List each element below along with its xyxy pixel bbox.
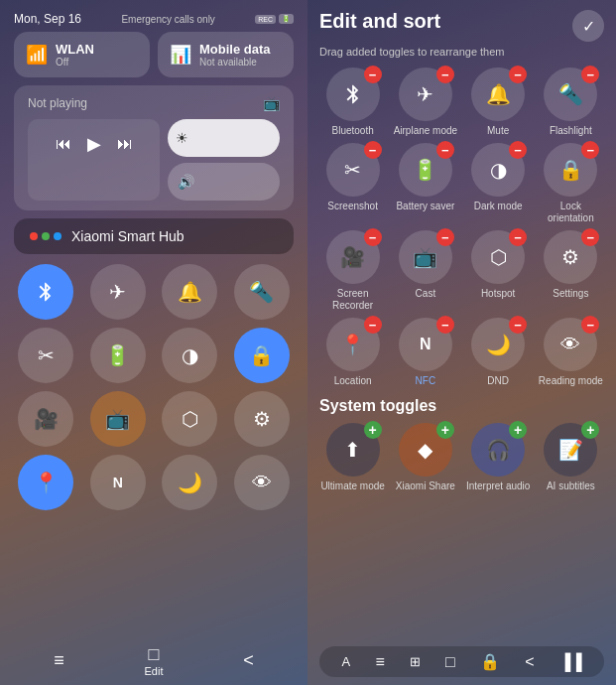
edit-interpret-audio[interactable]: 🎧 + Interpret audio xyxy=(465,423,532,492)
home-button[interactable]: □ xyxy=(149,644,160,665)
remove-badge[interactable]: − xyxy=(364,228,382,246)
remove-badge[interactable]: − xyxy=(509,228,527,246)
add-badge[interactable]: + xyxy=(364,421,382,439)
edit-lock-orientation[interactable]: 🔒 − Lock orientation xyxy=(538,143,604,224)
emergency-text: Emergency calls only xyxy=(81,14,255,25)
edit-hotspot[interactable]: ⬡ − Hotspot xyxy=(465,230,532,312)
remove-badge[interactable]: − xyxy=(581,141,599,159)
mute-toggle[interactable]: 🔔 xyxy=(162,264,217,320)
rec-icon: REC xyxy=(255,15,276,24)
mobile-title: Mobile data xyxy=(199,42,271,57)
quick-toggles: ✈ 🔔 🔦 ✂ 🔋 ◑ 🔒 🎥 📺 ⬡ ⚙ 📍 N 🌙 👁 xyxy=(14,264,294,510)
hub-dot-green xyxy=(42,232,50,240)
remove-badge[interactable]: − xyxy=(509,316,527,334)
system-toggles-grid: ⬆ + Ultimate mode ◆ + Xiaomi Share 🎧 + I… xyxy=(319,423,604,492)
play-button[interactable]: ▶ xyxy=(87,133,101,155)
remove-badge[interactable]: − xyxy=(581,228,599,246)
edit-title: Edit and sort xyxy=(319,10,440,33)
edit-reading-mode[interactable]: 👁 − Reading mode xyxy=(538,318,604,387)
back-icon[interactable]: < xyxy=(525,653,534,671)
edit-dnd[interactable]: 🌙 − DND xyxy=(465,318,532,387)
hub-dot-blue xyxy=(54,232,62,240)
remove-badge[interactable]: − xyxy=(509,66,527,83)
menu-button[interactable]: ≡ xyxy=(54,650,64,671)
hotspot-toggle[interactable]: ⬡ xyxy=(162,391,217,447)
remove-badge[interactable]: − xyxy=(364,316,382,334)
mobile-icon: 📊 xyxy=(170,44,191,66)
grid-icon[interactable]: ⊞ xyxy=(410,654,421,669)
hub-dots xyxy=(30,232,62,240)
screen-recorder-toggle[interactable]: 🎥 xyxy=(18,391,73,447)
mobile-data-tile[interactable]: 📊 Mobile data Not available xyxy=(158,32,294,77)
edit-screen-recorder[interactable]: 🎥 − Screen Recorder xyxy=(319,230,386,312)
edit-nfc[interactable]: N − NFC xyxy=(392,318,458,387)
reading-mode-toggle[interactable]: 👁 xyxy=(234,455,290,510)
lock-orientation-toggle[interactable]: 🔒 xyxy=(234,328,290,383)
edit-cast[interactable]: 📺 − Cast xyxy=(392,230,458,312)
volume-slider[interactable]: 🔊 xyxy=(168,163,280,201)
edit-header: Edit and sort ✓ xyxy=(319,10,604,42)
edit-dark-mode[interactable]: ◑ − Dark mode xyxy=(465,143,532,224)
cast-toggle[interactable]: 📺 xyxy=(90,391,146,447)
edit-flashlight[interactable]: 🔦 − Flashlight xyxy=(538,68,604,137)
system-section-title: System toggles xyxy=(319,397,604,415)
next-button[interactable]: ⏭ xyxy=(117,135,133,153)
dark-mode-toggle[interactable]: ◑ xyxy=(162,328,217,383)
lock-icon[interactable]: 🔒 xyxy=(480,652,500,671)
right-bottom-bar: A ≡ ⊞ □ 🔒 < ▐▐ xyxy=(319,646,604,677)
edit-toggles-grid: − Bluetooth ✈ − Airplane mode 🔔 − Mute 🔦… xyxy=(319,68,604,387)
add-badge[interactable]: + xyxy=(436,421,454,439)
bluetooth-toggle[interactable] xyxy=(18,264,73,320)
edit-airplane[interactable]: ✈ − Airplane mode xyxy=(392,68,458,137)
back-button[interactable]: < xyxy=(243,650,254,671)
add-badge[interactable]: + xyxy=(581,421,599,439)
prev-button[interactable]: ⏮ xyxy=(56,135,71,153)
connectivity-tiles: 📶 WLAN Off 📊 Mobile data Not available xyxy=(14,32,294,77)
add-badge[interactable]: + xyxy=(509,421,527,439)
menu-icon[interactable]: ≡ xyxy=(375,653,384,671)
media-art: ⏮ ▶ ⏭ xyxy=(28,119,160,201)
wlan-title: WLAN xyxy=(56,42,94,57)
remove-badge[interactable]: − xyxy=(581,66,599,83)
edit-label: Edit xyxy=(145,665,164,677)
edit-screenshot[interactable]: ✂ − Screenshot xyxy=(319,143,386,224)
dnd-toggle[interactable]: 🌙 xyxy=(162,455,217,510)
cast-icon: 📺 xyxy=(263,95,280,111)
edit-mute[interactable]: 🔔 − Mute xyxy=(465,68,532,137)
volume-icon: 🔊 xyxy=(178,174,194,190)
remove-badge[interactable]: − xyxy=(436,141,454,159)
settings-toggle[interactable]: ⚙ xyxy=(234,391,290,447)
remove-badge[interactable]: − xyxy=(364,66,382,83)
airplane-toggle[interactable]: ✈ xyxy=(90,264,146,320)
hub-label: Xiaomi Smart Hub xyxy=(71,228,185,244)
remove-badge[interactable]: − xyxy=(509,141,527,159)
edit-settings[interactable]: ⚙ − Settings xyxy=(538,230,604,312)
pause-icon[interactable]: ▐▐ xyxy=(559,653,582,671)
brightness-slider[interactable]: ☀ xyxy=(168,119,280,157)
wlan-tile[interactable]: 📶 WLAN Off xyxy=(14,32,150,77)
edit-ai-subtitles[interactable]: 📝 + AI subtitles xyxy=(538,423,604,492)
location-toggle[interactable]: 📍 xyxy=(18,455,73,510)
auto-brightness-icon[interactable]: A xyxy=(342,654,351,669)
right-panel: Edit and sort ✓ Drag added toggles to re… xyxy=(308,0,616,685)
remove-badge[interactable]: − xyxy=(436,228,454,246)
mobile-sub: Not available xyxy=(199,57,271,68)
remove-badge[interactable]: − xyxy=(364,141,382,159)
confirm-button[interactable]: ✓ xyxy=(572,10,604,42)
remove-badge[interactable]: − xyxy=(436,316,454,334)
edit-battery[interactable]: 🔋 − Battery saver xyxy=(392,143,458,224)
nfc-toggle[interactable]: N xyxy=(90,455,146,510)
flashlight-toggle[interactable]: 🔦 xyxy=(234,264,290,320)
battery-icon: 🔋 xyxy=(279,14,294,24)
edit-bluetooth[interactable]: − Bluetooth xyxy=(319,68,386,137)
edit-xiaomi-share[interactable]: ◆ + Xiaomi Share xyxy=(392,423,458,492)
edit-location[interactable]: 📍 − Location xyxy=(319,318,386,387)
battery-saver-toggle[interactable]: 🔋 xyxy=(90,328,146,383)
wifi-icon: 📶 xyxy=(26,44,48,66)
edit-ultimate-mode[interactable]: ⬆ + Ultimate mode xyxy=(319,423,386,492)
remove-badge[interactable]: − xyxy=(581,316,599,334)
remove-badge[interactable]: − xyxy=(436,66,454,83)
screenshot-toggle[interactable]: ✂ xyxy=(18,328,73,383)
square-icon[interactable]: □ xyxy=(445,653,455,671)
smart-hub[interactable]: Xiaomi Smart Hub xyxy=(14,218,294,254)
